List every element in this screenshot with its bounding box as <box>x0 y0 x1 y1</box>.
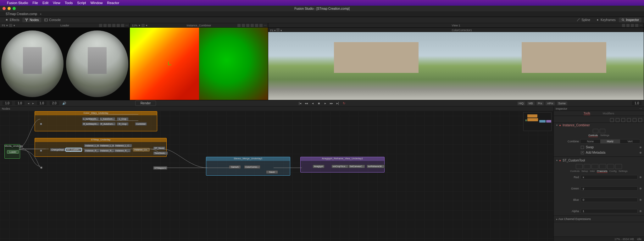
tab-controls[interactable]: Controls <box>570 170 580 173</box>
viewer-tool-icon[interactable] <box>259 24 263 27</box>
settings-tab-icon[interactable] <box>600 129 605 133</box>
time-in[interactable]: 1.0 <box>3 101 12 105</box>
swap-checkbox[interactable] <box>581 146 584 149</box>
keyframe-dot[interactable] <box>640 210 641 212</box>
tab-icon-channels[interactable] <box>599 164 606 169</box>
node-l-crop[interactable]: L_Crop <box>117 117 129 121</box>
go-end-icon[interactable]: ▸| <box>336 101 340 105</box>
combine-vert[interactable]: Vert <box>620 140 640 143</box>
node-instance-r-a2[interactable]: Instance_R_... <box>99 149 116 152</box>
more-icon[interactable]: ⋯ <box>264 24 267 27</box>
keyframe-dot[interactable] <box>640 199 641 201</box>
tab-setup[interactable]: Setup <box>581 170 588 173</box>
viewer-tool-icon[interactable] <box>112 24 115 27</box>
viewer-tool-icon[interactable] <box>242 24 245 27</box>
viewer-tool-icon[interactable] <box>255 24 258 27</box>
menu-edit[interactable]: Edit <box>42 1 48 5</box>
viewer1-canvas[interactable] <box>0 28 130 100</box>
app-name[interactable]: Fusion Studio <box>7 1 28 5</box>
some-toggle[interactable]: Some <box>557 101 568 105</box>
play-icon[interactable]: ▸ <box>323 101 327 105</box>
node-reframe[interactable]: kvrReframe36... <box>367 165 385 168</box>
next-key-icon[interactable]: ▸ <box>32 101 34 105</box>
step-forward-icon[interactable]: ▸▸ <box>330 101 333 105</box>
mb-toggle[interactable]: MB <box>527 101 535 105</box>
tab-settings[interactable]: Settings <box>600 134 609 137</box>
controls-tab-icon[interactable] <box>593 129 598 133</box>
nodes-button[interactable]: Nodes <box>22 18 41 22</box>
tool-action-icon[interactable] <box>627 118 631 122</box>
group-stereo-merge[interactable]: Stereo_Merge_Underlay1 Gamut1 ColorCorre… <box>206 157 290 176</box>
tab-config[interactable]: Config <box>609 170 617 173</box>
tab-inter[interactable]: Inter <box>590 170 595 173</box>
node-l-autodom[interactable]: L_AutoDom... <box>99 117 115 121</box>
viewer-option-icon[interactable] <box>142 24 145 27</box>
loop-icon[interactable]: ↻ <box>342 101 346 105</box>
viewer3-canvas[interactable] <box>268 32 644 100</box>
keyframes-button[interactable]: Keyframes <box>593 18 618 22</box>
audio-icon[interactable]: 🔊 <box>62 101 66 105</box>
chevron-down-icon[interactable]: ▾ <box>6 24 8 27</box>
disclosure-icon[interactable]: ▸ <box>556 218 558 221</box>
menu-script[interactable]: Script <box>77 1 86 5</box>
viewer1-fit[interactable]: Fit <box>2 24 5 27</box>
prev-key-icon[interactable]: ◂ <box>28 101 29 105</box>
node-colorcorrector[interactable]: ColorCorrec... <box>244 165 260 169</box>
node-saver[interactable]: Saver <box>266 170 278 174</box>
node-r-autodom[interactable]: R_AutoDom... <box>99 122 116 126</box>
node-r-crop[interactable]: R_Crop <box>117 122 129 126</box>
group-color-warp[interactable]: Color_Warp_Underlay L_kvrWarpSt... L_Aut… <box>35 111 157 131</box>
viewer-tool-icon[interactable] <box>237 24 241 27</box>
group-media[interactable]: Media_Underlay Loader <box>4 144 20 159</box>
viewer-tool-icon[interactable] <box>622 24 625 27</box>
tab-settings[interactable]: Settings <box>619 170 628 173</box>
node-l-kvrwarp[interactable]: L_kvrWarpSt... <box>82 117 99 121</box>
keyframe-dot[interactable] <box>640 146 641 148</box>
keyframe-dot[interactable] <box>640 188 641 189</box>
close-window-icon[interactable] <box>3 7 6 10</box>
render-button[interactable]: Render <box>135 101 156 106</box>
flow-navigator[interactable] <box>523 112 552 131</box>
go-start-icon[interactable]: |◂ <box>298 101 302 105</box>
menu-window[interactable]: Window <box>90 1 103 5</box>
node-setcanvas[interactable]: SetCanvasC... <box>348 165 365 168</box>
inspector-button[interactable]: Inspector <box>619 18 641 22</box>
combine-horiz[interactable]: Horiz <box>600 140 620 143</box>
viewer-tool-icon[interactable] <box>626 24 630 27</box>
combine-segmented[interactable]: None Horiz Vert <box>580 139 640 144</box>
node-gamut[interactable]: Gamut1 <box>229 165 241 169</box>
document-tab[interactable]: STmap Creation.comp × <box>3 12 43 16</box>
menu-reactor[interactable]: Reactor <box>107 1 119 5</box>
node-changedepth[interactable]: ChangeDept... <box>50 148 67 151</box>
time-global-in[interactable]: 1.0 <box>37 101 47 105</box>
console-button[interactable]: Console <box>42 18 63 22</box>
viewer-tool-icon[interactable] <box>121 24 124 27</box>
node-loader[interactable]: Loader <box>7 150 19 154</box>
tool-action-icon[interactable] <box>610 118 614 122</box>
maximize-window-icon[interactable] <box>13 7 16 10</box>
viewer-tool-icon[interactable] <box>99 24 102 27</box>
viewer2-zoom[interactable]: 11% <box>132 24 137 27</box>
viewer-tool-icon[interactable] <box>103 24 107 27</box>
group-anaglyph[interactable]: Anaglyph_Reframe_View_Underlay1 Anaglyph… <box>300 157 385 173</box>
axis-gizmo-icon[interactable] <box>165 62 171 68</box>
viewer-option-icon[interactable] <box>9 24 12 27</box>
viewer3-fit[interactable]: Fit <box>270 29 273 32</box>
node-port[interactable] <box>40 123 42 125</box>
green-field[interactable]: y <box>581 186 638 191</box>
node-port[interactable] <box>40 150 42 152</box>
keyframe-dot[interactable] <box>640 176 641 178</box>
stop-icon[interactable]: ■ <box>317 101 321 105</box>
node-crop[interactable]: vmCropToLe... <box>331 165 348 168</box>
node-st-custom[interactable]: ST_Custom... <box>66 148 82 151</box>
node-instance-l-c[interactable]: Instance_L_C... <box>114 144 132 147</box>
menu-file[interactable]: File <box>32 1 38 5</box>
tab-icon-setup[interactable] <box>584 164 591 169</box>
tab-channels[interactable]: Channels <box>597 170 608 173</box>
tool-action-icon[interactable] <box>616 118 619 122</box>
combine-none[interactable]: None <box>580 140 600 143</box>
viewer-tool-icon[interactable] <box>631 24 634 27</box>
chevron-down-icon[interactable]: ▾ <box>14 24 15 27</box>
alpha-field[interactable]: 1 <box>581 209 638 213</box>
effects-button[interactable]: Effects <box>3 18 22 22</box>
